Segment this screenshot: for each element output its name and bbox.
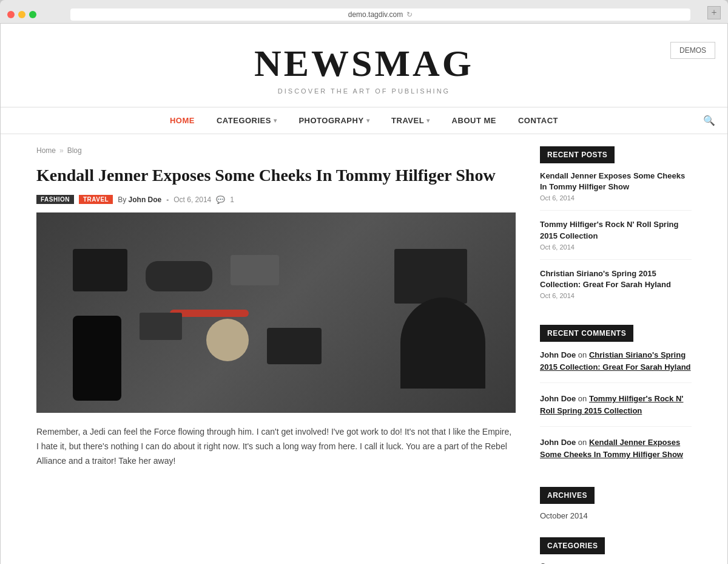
article-title: Kendall Jenner Exposes Some Cheeks In To… — [36, 165, 516, 186]
nav-item-contact[interactable]: CONTACT — [507, 107, 569, 134]
glasses-item — [146, 261, 212, 291]
new-tab-button[interactable]: + — [707, 6, 721, 19]
breadcrumb-current: Blog — [67, 146, 82, 155]
comments-count: 1 — [230, 195, 234, 204]
comment-text-1: John Doe on Tommy Hilfiger's Rock N' Rol… — [540, 393, 692, 416]
headphones-item — [400, 297, 485, 389]
comment-item-2: John Doe on Kendall Jenner Exposes Some … — [540, 437, 692, 470]
phone-item — [73, 316, 121, 401]
chevron-down-icon: ▾ — [366, 117, 370, 124]
glasses2-item — [267, 328, 322, 364]
recent-post-title-0[interactable]: Kendall Jenner Exposes Some Cheeks In To… — [540, 171, 692, 192]
archives-widget: Archives October 2014 — [540, 487, 692, 520]
tag-travel[interactable]: TRAVEL — [79, 195, 113, 204]
article-date: Oct 6, 2014 — [174, 195, 211, 204]
nav-item-travel[interactable]: TRAVEL ▾ — [380, 107, 441, 134]
minimize-button[interactable] — [18, 11, 25, 18]
breadcrumb-separator: » — [59, 146, 64, 155]
categories-title: Categories — [540, 537, 605, 554]
address-bar[interactable]: demo.tagdiv.com ↻ — [70, 8, 690, 21]
comment-item-1: John Doe on Tommy Hilfiger's Rock N' Rol… — [540, 393, 692, 427]
recent-post-title-1[interactable]: Tommy Hilfiger's Rock N' Roll Spring 201… — [540, 219, 692, 241]
recent-post-title-2[interactable]: Christian Siriano's Spring 2015 Collecti… — [540, 268, 692, 290]
url-text: demo.tagdiv.com — [348, 10, 403, 19]
recent-post-item: Kendall Jenner Exposes Some Cheeks In To… — [540, 171, 692, 211]
chevron-down-icon: ▾ — [426, 117, 430, 124]
nav-item-home[interactable]: HOME — [159, 107, 206, 134]
main-content: Home » Blog Kendall Jenner Exposes Some … — [36, 146, 540, 564]
article-body: Remember, a Jedi can feel the Force flow… — [36, 425, 516, 468]
site-title: NEWSMAG — [13, 42, 715, 85]
recent-posts-widget: Recent Posts Kendall Jenner Exposes Some… — [540, 146, 692, 308]
tag-fashion[interactable]: FASHION — [36, 195, 74, 204]
meta-dash: - — [166, 195, 169, 204]
close-button[interactable] — [7, 11, 15, 18]
recent-posts-title: Recent Posts — [540, 146, 615, 163]
bowtie-item — [231, 255, 279, 285]
chevron-down-icon: ▾ — [274, 117, 277, 124]
article-image — [36, 212, 516, 413]
recent-post-date-0: Oct 6, 2014 — [540, 194, 692, 202]
nav-item-categories[interactable]: CATEGORIES ▾ — [206, 107, 288, 134]
breadcrumb: Home » Blog — [36, 146, 516, 155]
breadcrumb-home[interactable]: Home — [36, 146, 56, 155]
sidebar: Recent Posts Kendall Jenner Exposes Some… — [540, 146, 692, 564]
recent-post-item: Tommy Hilfiger's Rock N' Roll Spring 201… — [540, 219, 692, 259]
card-item — [140, 313, 182, 340]
archives-title: Archives — [540, 487, 595, 504]
article-author: By John Doe — [118, 195, 161, 204]
category-link-0[interactable]: Ceremony — [540, 562, 692, 564]
comment-text-2: John Doe on Kendall Jenner Exposes Some … — [540, 437, 692, 460]
search-icon[interactable]: 🔍 — [703, 115, 715, 126]
categories-widget: Categories Ceremony Events — [540, 537, 692, 564]
recent-post-date-1: Oct 6, 2014 — [540, 243, 692, 251]
site-tagline: DISCOVER THE ART OF PUBLISHING — [13, 87, 715, 95]
navigation: HOME CATEGORIES ▾ PHOTOGRAPHY ▾ TRAVEL ▾… — [1, 107, 727, 134]
watch-item — [206, 319, 249, 361]
refresh-icon[interactable]: ↻ — [406, 10, 413, 19]
recent-comments-widget: Recent Comments John Doe on Christian Si… — [540, 325, 692, 470]
article-meta: FASHION TRAVEL By John Doe - Oct 6, 2014… — [36, 195, 516, 204]
recent-post-item: Christian Siriano's Spring 2015 Collecti… — [540, 268, 692, 308]
article-image-bg — [36, 212, 516, 413]
comment-item-0: John Doe on Christian Siriano's Spring 2… — [540, 349, 692, 383]
recent-comments-title: Recent Comments — [540, 325, 633, 342]
maximize-button[interactable] — [29, 11, 36, 18]
comments-icon: 💬 — [216, 195, 225, 204]
notebook-item — [394, 249, 467, 304]
wallet-item — [73, 249, 127, 291]
site-header: DEMOS NEWSMAG DISCOVER THE ART OF PUBLIS… — [1, 24, 727, 107]
browser-chrome: demo.tagdiv.com ↻ + — [0, 0, 728, 23]
recent-post-date-2: Oct 6, 2014 — [540, 292, 692, 299]
page-wrapper: DEMOS NEWSMAG DISCOVER THE ART OF PUBLIS… — [0, 23, 728, 564]
archives-link-0[interactable]: October 2014 — [540, 511, 692, 520]
nav-item-about-me[interactable]: ABOUT ME — [441, 107, 507, 134]
nav-item-photography[interactable]: PHOTOGRAPHY ▾ — [288, 107, 380, 134]
comment-text-0: John Doe on Christian Siriano's Spring 2… — [540, 349, 692, 373]
content-area: Home » Blog Kendall Jenner Exposes Some … — [12, 134, 716, 564]
demos-button[interactable]: DEMOS — [670, 42, 715, 59]
